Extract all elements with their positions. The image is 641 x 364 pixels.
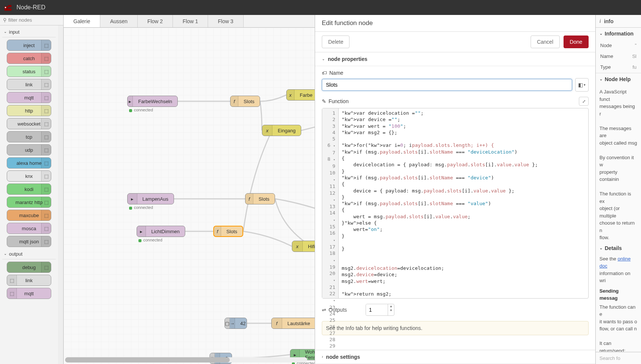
node-icon: x xyxy=(262,125,272,136)
function-hint: See the Info tab for help writing functi… xyxy=(322,321,589,335)
node-icon: f xyxy=(272,318,282,328)
palette-node-mqtt-json[interactable]: ⬚mqtt json xyxy=(7,236,51,247)
palette-node-alexa-home[interactable]: ⬚alexa home xyxy=(7,157,51,169)
name-input[interactable] xyxy=(322,79,572,91)
spinner-up[interactable]: ▲ xyxy=(388,304,394,308)
node-type-icon: ⬚ xyxy=(41,262,51,272)
tab-galerie[interactable]: Galerie xyxy=(64,15,100,27)
node-type-icon: ⬚ xyxy=(41,158,51,168)
appearance-button[interactable]: ◧▾ xyxy=(575,78,589,92)
flow-node-lichtdimmen[interactable]: ▸LichtDimmen xyxy=(137,226,185,237)
palette-node-link[interactable]: ⬚link xyxy=(7,79,51,90)
information-section[interactable]: ⌄Information xyxy=(596,28,641,40)
inject-button[interactable]: ▢ xyxy=(225,318,230,328)
spinner-down[interactable]: ▼ xyxy=(388,308,394,312)
flow-node-hifi[interactable]: xHifi Devices xyxy=(292,241,315,252)
expand-editor-button[interactable]: ⤢ xyxy=(579,97,589,106)
node-type-icon: ⬚ xyxy=(41,40,51,50)
palette-scrollbar[interactable] xyxy=(58,25,63,364)
node-type-icon: ⬚ xyxy=(41,184,51,194)
palette-node-websocket[interactable]: ⬚websocket xyxy=(7,118,51,129)
palette-node-tcp[interactable]: ⬚tcp xyxy=(7,131,51,142)
delete-button[interactable]: Delete xyxy=(322,36,350,48)
palette-node-http[interactable]: ⬚http xyxy=(7,105,51,116)
tab-flow-2[interactable]: Flow 2 xyxy=(138,15,173,27)
node-type-icon: ⬚ xyxy=(7,288,17,299)
flow-node-slots3[interactable]: fSlots xyxy=(213,226,243,237)
cancel-button[interactable]: Cancel xyxy=(531,36,560,48)
app-header: Node-RED xyxy=(0,0,641,15)
flow-node-slots2[interactable]: fSlots xyxy=(245,193,275,204)
palette-filter[interactable]: ⚲ filter nodes xyxy=(0,15,63,25)
palette-node-maxcube[interactable]: ⬚maxcube xyxy=(7,210,51,221)
flow-canvas[interactable]: ▸FarbeWechselnconnectedfSlotsxFarbe▸msg≡… xyxy=(64,28,315,364)
node-icon: ◧ xyxy=(578,82,583,88)
search-icon: ⚲ xyxy=(3,17,7,23)
node-type-icon: ⬚ xyxy=(41,236,51,247)
flow-node-node_42[interactable]: ▢→42 xyxy=(225,318,247,329)
outputs-spinner[interactable]: ▲▼ xyxy=(366,304,394,316)
node-type-icon: ⬚ xyxy=(41,105,51,116)
node-type-icon: ⬚ xyxy=(41,132,51,142)
tab-flow-3[interactable]: Flow 3 xyxy=(208,15,243,27)
palette-node-debug[interactable]: ⬚debug xyxy=(7,262,51,273)
palette-node-inject[interactable]: ⬚inject xyxy=(7,40,51,51)
palette-node-knx[interactable]: ⬚knx xyxy=(7,170,51,182)
flow-node-farbe_sw[interactable]: xFarbe xyxy=(286,89,315,101)
palette-node-mqtt[interactable]: ⬚mqtt xyxy=(7,92,51,103)
node-icon: x xyxy=(292,241,303,252)
tab-aussen[interactable]: Aussen xyxy=(100,15,138,27)
chevron-right-icon: › xyxy=(322,355,323,359)
palette-category[interactable]: ⌄input xyxy=(2,27,56,37)
node-type-icon: ⬚ xyxy=(41,118,51,129)
palette-node-link[interactable]: ⬚link xyxy=(7,275,51,286)
palette-node-marantz-http[interactable]: ⬚marantz http xyxy=(7,197,51,208)
node-type-icon: ⬚ xyxy=(41,92,51,103)
node-icon: f xyxy=(231,96,238,107)
palette-node-kodi[interactable]: ⬚kodi xyxy=(7,183,51,195)
done-button[interactable]: Done xyxy=(564,36,589,48)
node-properties-section[interactable]: ⌄ node properties xyxy=(315,52,595,66)
app-logo: Node-RED xyxy=(4,4,45,11)
canvas-h-scrollbar[interactable] xyxy=(65,357,307,363)
palette-node-udp[interactable]: ⬚udp xyxy=(7,144,51,155)
node-type-icon: ⬚ xyxy=(41,145,51,155)
info-icon: i xyxy=(599,18,601,24)
node-icon: x xyxy=(287,90,294,100)
wrench-icon: ✎ xyxy=(322,98,326,104)
palette-panel: ⚲ filter nodes ⌄input⬚inject⬚catch⬚statu… xyxy=(0,15,64,364)
flow-node-eingang[interactable]: xEingang xyxy=(262,125,301,136)
palette-node-mqtt[interactable]: ⬚mqtt xyxy=(7,288,51,299)
flow-node-farbewechseln[interactable]: ▸FarbeWechseln xyxy=(127,96,178,107)
node-type-icon: ⬚ xyxy=(41,210,51,220)
node-help-section[interactable]: ⌄Node Help xyxy=(596,73,641,85)
svg-point-0 xyxy=(5,7,6,8)
palette-category[interactable]: ⌄output xyxy=(2,249,56,259)
flow-node-lampenaus[interactable]: ▸LampenAus xyxy=(127,193,174,204)
node-icon: ▸ xyxy=(128,194,137,204)
function-label: ✎Function ⤢ xyxy=(322,97,589,106)
node-type-icon: ⬚ xyxy=(41,171,51,181)
palette-node-mosca[interactable]: ⬚mosca xyxy=(7,223,51,234)
node-type-icon: ⬚ xyxy=(41,79,51,90)
node-type-icon: ⬚ xyxy=(41,197,51,207)
palette-node-catch[interactable]: ⬚catch xyxy=(7,53,51,64)
node-icon: ▸ xyxy=(128,96,133,107)
tab-flow-1[interactable]: Flow 1 xyxy=(173,15,208,27)
info-search[interactable]: Search fo xyxy=(596,352,641,364)
node-icon: f xyxy=(245,194,253,204)
flow-node-lautstaerke[interactable]: fLautstärke xyxy=(271,318,315,329)
node-settings-section[interactable]: › node settings xyxy=(315,350,595,364)
tag-icon: 🏷 xyxy=(322,70,327,76)
palette-node-status[interactable]: ⬚status xyxy=(7,66,51,77)
function-code-editor[interactable]: 123456 ▾78 ▾910 ▾1112 ▾1314 ▾1516 ▾1718 … xyxy=(322,108,589,299)
outputs-label: ⇌Outputs xyxy=(322,307,347,313)
name-label: 🏷Name xyxy=(322,70,589,76)
info-tab[interactable]: i info xyxy=(596,15,641,28)
flow-tabs: GalerieAussenFlow 2Flow 1Flow 3 xyxy=(64,15,315,28)
node-type-icon: ⬚ xyxy=(41,223,51,234)
flow-node-slots1[interactable]: fSlots xyxy=(230,96,260,107)
node-type-icon: ⬚ xyxy=(41,66,51,77)
editor-title: Edit function node xyxy=(315,15,595,32)
node-type-icon: ⬚ xyxy=(41,53,51,64)
